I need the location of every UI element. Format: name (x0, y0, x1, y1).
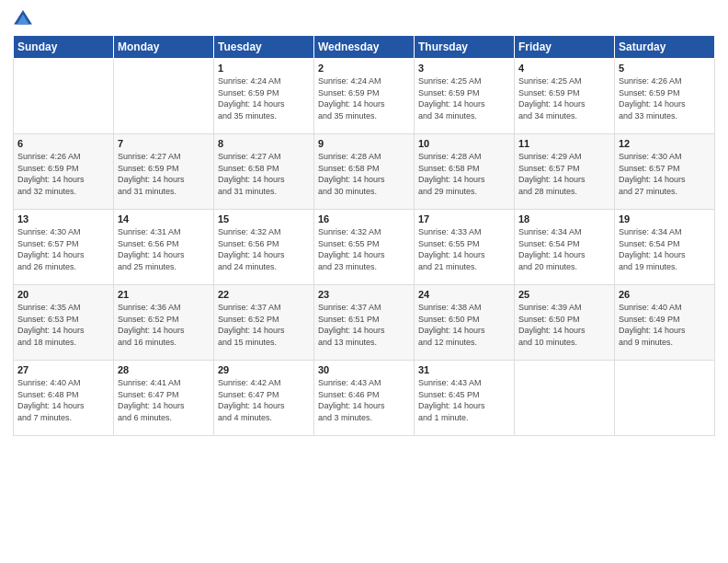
day-detail: Sunrise: 4:41 AM Sunset: 6:47 PM Dayligh… (118, 377, 210, 423)
calendar-cell: 12Sunrise: 4:30 AM Sunset: 6:57 PM Dayli… (615, 134, 715, 210)
day-detail: Sunrise: 4:25 AM Sunset: 6:59 PM Dayligh… (518, 75, 610, 121)
day-detail: Sunrise: 4:43 AM Sunset: 6:45 PM Dayligh… (418, 377, 510, 423)
calendar-cell: 9Sunrise: 4:28 AM Sunset: 6:58 PM Daylig… (314, 134, 415, 210)
weekday-header: Tuesday (214, 36, 314, 59)
day-detail: Sunrise: 4:32 AM Sunset: 6:56 PM Dayligh… (218, 226, 310, 272)
calendar-cell: 25Sunrise: 4:39 AM Sunset: 6:50 PM Dayli… (515, 285, 615, 361)
calendar-cell: 5Sunrise: 4:26 AM Sunset: 6:59 PM Daylig… (615, 59, 715, 134)
page: SundayMondayTuesdayWednesdayThursdayFrid… (0, 0, 728, 563)
day-number: 23 (318, 289, 410, 300)
calendar-week-row: 13Sunrise: 4:30 AM Sunset: 6:57 PM Dayli… (14, 210, 715, 285)
day-detail: Sunrise: 4:34 AM Sunset: 6:54 PM Dayligh… (619, 226, 711, 272)
day-number: 4 (518, 63, 610, 74)
day-detail: Sunrise: 4:39 AM Sunset: 6:50 PM Dayligh… (518, 302, 610, 348)
calendar-cell: 26Sunrise: 4:40 AM Sunset: 6:49 PM Dayli… (615, 285, 715, 361)
day-detail: Sunrise: 4:26 AM Sunset: 6:59 PM Dayligh… (619, 75, 711, 121)
calendar-cell: 18Sunrise: 4:34 AM Sunset: 6:54 PM Dayli… (515, 210, 615, 285)
day-detail: Sunrise: 4:35 AM Sunset: 6:53 PM Dayligh… (17, 302, 109, 348)
day-number: 29 (218, 364, 310, 375)
day-number: 21 (118, 289, 210, 300)
calendar-header: SundayMondayTuesdayWednesdayThursdayFrid… (14, 36, 715, 59)
calendar-cell (114, 59, 214, 134)
weekday-row: SundayMondayTuesdayWednesdayThursdayFrid… (14, 36, 715, 59)
day-detail: Sunrise: 4:37 AM Sunset: 6:51 PM Dayligh… (318, 302, 410, 348)
calendar-week-row: 20Sunrise: 4:35 AM Sunset: 6:53 PM Dayli… (14, 285, 715, 361)
weekday-header: Sunday (14, 36, 114, 59)
day-detail: Sunrise: 4:29 AM Sunset: 6:57 PM Dayligh… (518, 151, 610, 197)
day-detail: Sunrise: 4:36 AM Sunset: 6:52 PM Dayligh… (118, 302, 210, 348)
day-number: 7 (118, 138, 210, 149)
day-detail: Sunrise: 4:26 AM Sunset: 6:59 PM Dayligh… (17, 151, 109, 197)
calendar-week-row: 6Sunrise: 4:26 AM Sunset: 6:59 PM Daylig… (14, 134, 715, 210)
day-detail: Sunrise: 4:32 AM Sunset: 6:55 PM Dayligh… (318, 226, 410, 272)
day-number: 18 (518, 213, 610, 224)
day-number: 27 (17, 364, 109, 375)
day-number: 12 (619, 138, 711, 149)
calendar-cell (14, 59, 114, 134)
day-number: 6 (17, 138, 109, 149)
day-detail: Sunrise: 4:25 AM Sunset: 6:59 PM Dayligh… (418, 75, 510, 121)
calendar-cell: 14Sunrise: 4:31 AM Sunset: 6:56 PM Dayli… (114, 210, 214, 285)
day-number: 28 (118, 364, 210, 375)
day-number: 19 (619, 213, 711, 224)
calendar-week-row: 27Sunrise: 4:40 AM Sunset: 6:48 PM Dayli… (14, 361, 715, 436)
calendar-cell: 4Sunrise: 4:25 AM Sunset: 6:59 PM Daylig… (515, 59, 615, 134)
calendar-cell: 6Sunrise: 4:26 AM Sunset: 6:59 PM Daylig… (14, 134, 114, 210)
weekday-header: Thursday (415, 36, 515, 59)
calendar-cell: 7Sunrise: 4:27 AM Sunset: 6:59 PM Daylig… (114, 134, 214, 210)
logo-icon (13, 9, 33, 29)
day-number: 22 (218, 289, 310, 300)
calendar-cell: 23Sunrise: 4:37 AM Sunset: 6:51 PM Dayli… (314, 285, 415, 361)
day-detail: Sunrise: 4:30 AM Sunset: 6:57 PM Dayligh… (619, 151, 711, 197)
logo (13, 9, 37, 29)
day-number: 9 (318, 138, 410, 149)
day-detail: Sunrise: 4:40 AM Sunset: 6:49 PM Dayligh… (619, 302, 711, 348)
calendar-cell: 17Sunrise: 4:33 AM Sunset: 6:55 PM Dayli… (415, 210, 515, 285)
calendar-cell: 1Sunrise: 4:24 AM Sunset: 6:59 PM Daylig… (214, 59, 314, 134)
day-number: 5 (619, 63, 711, 74)
day-number: 16 (318, 213, 410, 224)
day-number: 15 (218, 213, 310, 224)
day-number: 3 (418, 63, 510, 74)
calendar-cell: 20Sunrise: 4:35 AM Sunset: 6:53 PM Dayli… (14, 285, 114, 361)
day-detail: Sunrise: 4:31 AM Sunset: 6:56 PM Dayligh… (118, 226, 210, 272)
calendar-cell: 24Sunrise: 4:38 AM Sunset: 6:50 PM Dayli… (415, 285, 515, 361)
calendar-cell: 22Sunrise: 4:37 AM Sunset: 6:52 PM Dayli… (214, 285, 314, 361)
day-number: 11 (518, 138, 610, 149)
day-number: 25 (518, 289, 610, 300)
day-number: 1 (218, 63, 310, 74)
day-detail: Sunrise: 4:33 AM Sunset: 6:55 PM Dayligh… (418, 226, 510, 272)
calendar-cell: 29Sunrise: 4:42 AM Sunset: 6:47 PM Dayli… (214, 361, 314, 436)
calendar-cell: 27Sunrise: 4:40 AM Sunset: 6:48 PM Dayli… (14, 361, 114, 436)
calendar-cell: 8Sunrise: 4:27 AM Sunset: 6:58 PM Daylig… (214, 134, 314, 210)
calendar-cell: 3Sunrise: 4:25 AM Sunset: 6:59 PM Daylig… (415, 59, 515, 134)
calendar-cell (615, 361, 715, 436)
day-detail: Sunrise: 4:34 AM Sunset: 6:54 PM Dayligh… (518, 226, 610, 272)
day-detail: Sunrise: 4:28 AM Sunset: 6:58 PM Dayligh… (418, 151, 510, 197)
day-number: 30 (318, 364, 410, 375)
day-number: 13 (17, 213, 109, 224)
calendar-cell: 13Sunrise: 4:30 AM Sunset: 6:57 PM Dayli… (14, 210, 114, 285)
day-detail: Sunrise: 4:37 AM Sunset: 6:52 PM Dayligh… (218, 302, 310, 348)
calendar-cell (515, 361, 615, 436)
calendar-cell: 19Sunrise: 4:34 AM Sunset: 6:54 PM Dayli… (615, 210, 715, 285)
day-detail: Sunrise: 4:30 AM Sunset: 6:57 PM Dayligh… (17, 226, 109, 272)
day-detail: Sunrise: 4:27 AM Sunset: 6:58 PM Dayligh… (218, 151, 310, 197)
day-detail: Sunrise: 4:42 AM Sunset: 6:47 PM Dayligh… (218, 377, 310, 423)
calendar-week-row: 1Sunrise: 4:24 AM Sunset: 6:59 PM Daylig… (14, 59, 715, 134)
day-detail: Sunrise: 4:43 AM Sunset: 6:46 PM Dayligh… (318, 377, 410, 423)
day-detail: Sunrise: 4:24 AM Sunset: 6:59 PM Dayligh… (318, 75, 410, 121)
day-detail: Sunrise: 4:28 AM Sunset: 6:58 PM Dayligh… (318, 151, 410, 197)
calendar-cell: 31Sunrise: 4:43 AM Sunset: 6:45 PM Dayli… (415, 361, 515, 436)
calendar-cell: 16Sunrise: 4:32 AM Sunset: 6:55 PM Dayli… (314, 210, 415, 285)
day-detail: Sunrise: 4:40 AM Sunset: 6:48 PM Dayligh… (17, 377, 109, 423)
weekday-header: Monday (114, 36, 214, 59)
calendar-cell: 28Sunrise: 4:41 AM Sunset: 6:47 PM Dayli… (114, 361, 214, 436)
weekday-header: Wednesday (314, 36, 415, 59)
day-number: 24 (418, 289, 510, 300)
weekday-header: Friday (515, 36, 615, 59)
day-number: 31 (418, 364, 510, 375)
day-number: 20 (17, 289, 109, 300)
day-detail: Sunrise: 4:24 AM Sunset: 6:59 PM Dayligh… (218, 75, 310, 121)
day-number: 14 (118, 213, 210, 224)
